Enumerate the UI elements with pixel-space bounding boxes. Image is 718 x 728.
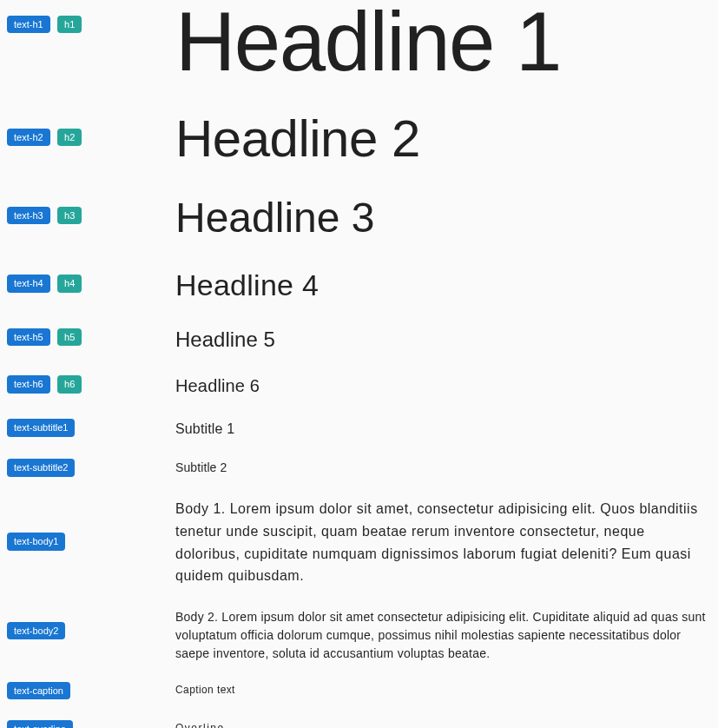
tag-group: text-h3 h3 (7, 196, 175, 224)
class-tag: text-h2 (7, 129, 50, 146)
sample-text-subtitle1: Subtitle 1 (175, 419, 711, 440)
element-tag: h2 (57, 129, 82, 146)
sample-text-h1: Headline 1 (175, 0, 711, 83)
class-tag: text-caption (7, 682, 70, 699)
tag-group: text-overline (7, 720, 175, 728)
typography-row-h3: text-h3 h3 Headline 3 (0, 181, 718, 255)
element-tag: h5 (57, 328, 82, 346)
typography-row-overline: text-overline Overline (0, 710, 718, 728)
tag-group: text-body2 (7, 608, 175, 639)
class-tag: text-h5 (7, 328, 50, 346)
class-tag: text-subtitle1 (7, 419, 75, 436)
sample-text-h3: Headline 3 (175, 196, 711, 240)
sample-text-h4: Headline 4 (175, 268, 711, 303)
typography-row-h6: text-h6 h6 Headline 6 (0, 363, 718, 408)
typography-row-body2: text-body2 Body 2. Lorem ipsum dolor sit… (0, 599, 718, 672)
class-tag: text-body2 (7, 622, 65, 639)
class-tag: text-h6 (7, 375, 50, 393)
class-tag: text-h3 (7, 207, 50, 224)
class-tag: text-h1 (7, 16, 50, 33)
typography-row-subtitle1: text-subtitle1 Subtitle 1 (0, 408, 718, 450)
element-tag: h3 (57, 207, 82, 224)
tag-group: text-h5 h5 (7, 326, 175, 346)
typography-row-h4: text-h4 h4 Headline 4 (0, 255, 718, 315)
sample-text-body1: Body 1. Lorem ipsum dolor sit amet, cons… (175, 498, 711, 586)
sample-text-h5: Headline 5 (175, 326, 711, 353)
sample-text-caption: Caption text (175, 682, 711, 698)
element-tag: h4 (57, 275, 82, 292)
tag-group: text-h2 h2 (7, 113, 175, 146)
typography-row-h1: text-h1 h1 Headline 1 (0, 0, 718, 92)
tag-group: text-subtitle2 (7, 459, 175, 476)
typography-row-h2: text-h2 h2 Headline 2 (0, 92, 718, 181)
typography-row-caption: text-caption Caption text (0, 672, 718, 710)
typography-row-body1: text-body1 Body 1. Lorem ipsum dolor sit… (0, 486, 718, 599)
class-tag: text-subtitle2 (7, 459, 75, 476)
tag-group: text-subtitle1 (7, 419, 175, 436)
sample-text-h2: Headline 2 (175, 113, 711, 165)
sample-text-overline: Overline (175, 720, 711, 728)
sample-text-h6: Headline 6 (175, 374, 711, 398)
sample-text-subtitle2: Subtitle 2 (175, 459, 711, 477)
class-tag: text-body1 (7, 533, 65, 550)
tag-group: text-h6 h6 (7, 374, 175, 393)
typography-row-subtitle2: text-subtitle2 Subtitle 2 (0, 450, 718, 486)
tag-group: text-h4 h4 (7, 268, 175, 292)
class-tag: text-overline (7, 720, 73, 728)
class-tag: text-h4 (7, 275, 50, 292)
tag-group: text-body1 (7, 498, 175, 550)
element-tag: h1 (57, 16, 82, 33)
element-tag: h6 (57, 375, 82, 393)
typography-row-h5: text-h5 h5 Headline 5 (0, 315, 718, 363)
tag-group: text-caption (7, 682, 175, 699)
sample-text-body2: Body 2. Lorem ipsum dolor sit amet conse… (175, 608, 711, 663)
tag-group: text-h1 h1 (7, 0, 175, 33)
